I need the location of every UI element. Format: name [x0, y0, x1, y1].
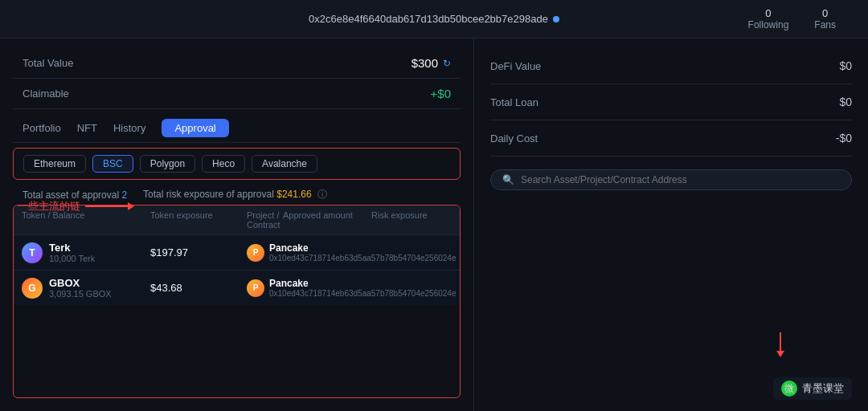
total-value-label: Total Value	[23, 57, 73, 69]
tab-history[interactable]: History	[113, 119, 145, 137]
left-panel: Total Value $300 ↻ Claimable +$0 Portfol…	[0, 39, 474, 411]
loan-row: Total Loan $0	[490, 84, 852, 120]
annotation-text: 一些主流的链	[18, 199, 80, 214]
loan-value: $0	[839, 96, 852, 108]
arrow-down-icon	[780, 332, 781, 356]
header: 0x2c6e8e4f6640dab617d13db50bcee2bb7e298a…	[0, 0, 868, 39]
project-cell-2: P Pancake 0x10ed43c718714eb63d5aa57b78b5…	[247, 278, 456, 298]
search-icon: 🔍	[502, 174, 514, 185]
fans-label: Fans	[814, 19, 836, 31]
project-icon-2: P	[247, 279, 264, 297]
token-name-1: Terk	[49, 242, 95, 254]
fans-stat[interactable]: 0 Fans	[814, 7, 836, 31]
total-value-display: $300 ↻	[411, 56, 451, 70]
tab-portfolio[interactable]: Portfolio	[23, 119, 61, 137]
col-risk: Risk exposure	[371, 210, 452, 230]
token-icon-gbox: G	[22, 278, 43, 299]
daily-cost-value: -$0	[836, 132, 852, 144]
search-bar[interactable]: 🔍	[490, 169, 852, 190]
address-bar: 0x2c6e8e4f6640dab617d13db50bcee2bb7e298a…	[309, 13, 559, 25]
defi-label: DeFi Value	[490, 60, 541, 72]
defi-row: DeFi Value $0	[490, 48, 852, 84]
loan-label: Total Loan	[490, 96, 538, 108]
token-cell-1: T Terk 10,000 Terk	[22, 242, 150, 263]
tab-approval[interactable]: Approval	[162, 119, 228, 137]
token-name-2: GBOX	[49, 277, 112, 289]
token-balance-1: 10,000 Terk	[49, 254, 95, 263]
col-project: Project / Contract	[247, 210, 283, 230]
project-cell-1: P Pancake 0x10ed43c718714eb63d5aa57b78b5…	[247, 242, 456, 262]
tabs-bar: Portfolio NFT History Approval	[13, 112, 461, 143]
total-value-card: Total Value $300 ↻	[13, 48, 461, 79]
token-balance-2: 3,093.15 GBOX	[49, 289, 112, 299]
following-label: Following	[748, 19, 789, 31]
risk-exposure-value: $241.66	[276, 189, 311, 200]
project-name-1: Pancake	[269, 242, 456, 254]
chain-btn-avalanche[interactable]: Avalanche	[252, 155, 317, 173]
token-exposure-1: $197.97	[150, 246, 247, 258]
summary-section: Total Value $300 ↻ Claimable +$0	[13, 48, 461, 109]
annotation-arrow-down	[780, 332, 781, 356]
claimable-label: Claimable	[23, 87, 69, 100]
risk-exposure-text: Total risk exposure of approval $241.66 …	[143, 188, 327, 201]
following-stat[interactable]: 0 Following	[748, 7, 789, 31]
chain-btn-polygon[interactable]: Polygon	[140, 155, 195, 173]
annotation-label: 一些主流的链	[18, 199, 133, 214]
approval-table: Token / Balance Token exposure Project /…	[13, 205, 461, 398]
approved-amount-2: All	[456, 283, 461, 294]
daily-cost-row: Daily Cost -$0	[490, 120, 852, 157]
refresh-icon[interactable]: ↻	[443, 58, 451, 69]
tab-nft[interactable]: NFT	[77, 119, 97, 137]
chain-btn-bsc[interactable]: BSC	[92, 155, 133, 173]
project-name-2: Pancake	[269, 278, 456, 289]
project-icon-1: P	[247, 244, 264, 262]
following-count: 0	[765, 7, 771, 19]
chain-filter-bar: Ethereum BSC Polygon Heco Avalanche	[13, 148, 461, 180]
arrow-right-icon	[85, 206, 133, 207]
token-info-1: Terk 10,000 Terk	[49, 242, 95, 263]
watermark: 微 青墨课堂	[773, 377, 852, 400]
claimable-value: +$0	[431, 87, 451, 100]
project-info-1: Pancake 0x10ed43c718714eb63d5aa57b78b547…	[269, 242, 456, 262]
token-info-2: GBOX 3,093.15 GBOX	[49, 277, 112, 299]
token-icon-terk: T	[22, 242, 43, 263]
info-icon: ⓘ	[317, 189, 327, 200]
main-content: Total Value $300 ↻ Claimable +$0 Portfol…	[0, 39, 868, 411]
defi-value: $0	[839, 59, 852, 72]
token-cell-2: G GBOX 3,093.15 GBOX	[22, 277, 150, 299]
chain-btn-ethereum[interactable]: Ethereum	[23, 155, 86, 173]
col-token-exposure: Token exposure	[150, 210, 247, 230]
col-approved: Approved amount	[283, 210, 371, 230]
address-text: 0x2c6e8e4f6640dab617d13db50bcee2bb7e298a…	[309, 13, 548, 25]
token-exposure-2: $43.68	[150, 282, 247, 294]
right-panel: DeFi Value $0 Total Loan $0 Daily Cost -…	[474, 39, 868, 411]
total-value-amount: $300	[411, 56, 438, 70]
address-dot-icon	[553, 16, 559, 22]
watermark-icon: 微	[781, 380, 797, 397]
approved-amount-1: All	[456, 247, 461, 258]
watermark-text: 青墨课堂	[802, 381, 844, 396]
project-address-1: 0x10ed43c718714eb63d5aa57b78b54704e25602…	[269, 254, 456, 262]
project-address-2: 0x10ed43c718714eb63d5aa57b78b54704e25602…	[269, 289, 456, 298]
fans-count: 0	[822, 7, 828, 19]
daily-cost-label: Daily Cost	[490, 132, 538, 144]
chain-btn-heco[interactable]: Heco	[202, 155, 245, 173]
search-input[interactable]	[521, 174, 840, 185]
table-row: G GBOX 3,093.15 GBOX $43.68 P Pancake 0x…	[14, 271, 460, 305]
claimable-card: Claimable +$0	[13, 79, 461, 109]
header-stats: 0 Following 0 Fans	[748, 7, 836, 31]
project-info-2: Pancake 0x10ed43c718714eb63d5aa57b78b547…	[269, 278, 456, 298]
table-row: T Terk 10,000 Terk $197.97 P Pancake 0x1…	[14, 235, 460, 271]
